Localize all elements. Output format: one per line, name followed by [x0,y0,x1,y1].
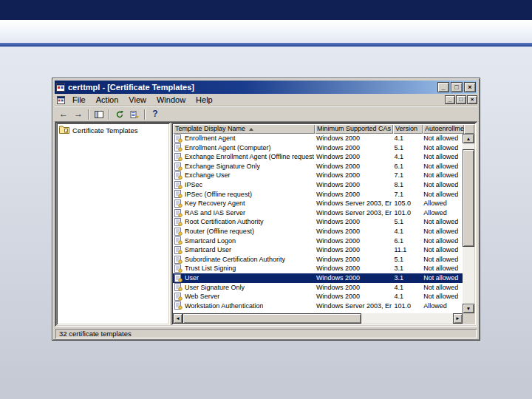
table-row[interactable]: Key Recovery Agent Windows Server 2003, … [173,199,463,208]
cell-template-display-name: IPSec (Offline request) [173,190,314,200]
vertical-scrollbar-thumb[interactable] [463,149,474,247]
cell-autoenrollment: Not allowed [421,255,463,265]
cell-minimum-supported-cas: Windows 2000 [314,217,392,227]
menu-item-help[interactable]: Help [191,94,218,106]
horizontal-scrollbar[interactable]: ◄ ► [173,313,463,324]
scroll-left-button[interactable]: ◄ [173,313,183,324]
slide-background: certtmpl - [Certificate Templates] _ □ ×… [0,0,532,399]
column-header-stub [464,124,474,134]
forward-button[interactable]: → [71,108,86,120]
menu-item-view[interactable]: View [123,94,151,106]
certificate-icon [174,293,183,301]
cell-template-display-name: User Signature Only [173,283,314,293]
column-header-template-display-name[interactable]: Template Display Name [173,124,315,134]
cell-template-display-name: Exchange Enrollment Agent (Offline reque… [173,152,314,162]
cell-minimum-supported-cas: Windows 2000 [314,236,392,246]
table-row[interactable]: Smartcard User Windows 2000 11.1 Not all… [173,245,463,255]
certificate-icon [174,228,183,236]
cell-autoenrollment: Not allowed [421,227,463,236]
cell-template-display-name: Root Certification Authority [173,217,314,227]
cell-autoenrollment: Allowed [421,208,463,218]
column-header-autoenrollment[interactable]: Autoenrollment [423,124,464,134]
vertical-scrollbar[interactable]: ▲ ▼ [463,134,474,313]
export-list-button[interactable] [127,108,142,120]
minimize-button[interactable]: _ [437,82,449,92]
cell-autoenrollment: Not allowed [421,217,463,227]
back-icon: ← [59,108,68,120]
console-client-area: Certificate Templates Template Display N… [55,121,477,327]
column-header-version[interactable]: Version [393,124,423,134]
table-row[interactable]: Router (Offline request) Windows 2000 4.… [173,227,463,236]
certificate-icon [174,153,183,161]
certificate-templates-folder-icon [59,126,69,134]
cell-template-display-name: Trust List Signing [173,264,314,273]
menu-item-window[interactable]: Window [151,94,191,106]
back-button[interactable]: ← [56,108,71,120]
cell-autoenrollment: Not allowed [421,152,463,162]
table-row[interactable]: Exchange Signature Only Windows 2000 6.1… [173,162,463,171]
table-row[interactable]: Web Server Windows 2000 4.1 Not allowed [173,292,463,301]
cell-version: 8.1 [392,180,421,190]
cell-minimum-supported-cas: Windows Server 2003, En... [314,208,392,218]
cell-minimum-supported-cas: Windows 2000 [314,264,392,273]
certificate-icon [174,236,183,245]
child-restore-button[interactable]: □ [456,95,466,104]
table-row[interactable]: IPSec (Offline request) Windows 2000 7.1… [173,190,463,200]
cell-autoenrollment: Not allowed [421,162,463,171]
table-row[interactable]: Root Certification Authority Windows 200… [173,217,463,227]
tree-item-label: Certificate Templates [72,126,138,134]
refresh-button[interactable] [112,108,127,120]
cell-version: 5.1 [392,143,421,153]
toolbar-separator [88,109,89,120]
table-row[interactable]: Exchange Enrollment Agent (Offline reque… [173,152,463,162]
certificate-icon [174,256,183,264]
cell-minimum-supported-cas: Windows 2000 [314,190,392,200]
console-tree-pane: Certificate Templates [56,123,170,325]
cell-version: 11.1 [392,245,421,255]
menu-item-file[interactable]: File [67,94,91,106]
close-button[interactable]: × [464,82,476,92]
cell-version: 4.1 [392,134,421,143]
table-row[interactable]: RAS and IAS Server Windows Server 2003, … [173,208,463,218]
menu-item-action[interactable]: Action [91,94,124,106]
menu-bar: File Action View Window Help _ □ × [55,94,477,106]
cell-template-display-name: User [173,273,314,283]
maximize-button[interactable]: □ [451,82,463,92]
certificate-icon [174,218,183,226]
table-row[interactable]: Subordinate Certification Authority Wind… [173,255,463,265]
cell-minimum-supported-cas: Windows 2000 [314,180,392,190]
column-header-minimum-supported-cas[interactable]: Minimum Supported CAs [315,124,393,134]
table-row[interactable]: IPSec Windows 2000 8.1 Not allowed [173,180,463,190]
cell-version: 101.0 [392,301,421,311]
table-row[interactable]: Workstation Authentication Windows Serve… [173,301,463,311]
table-row[interactable]: Enrollment Agent Windows 2000 4.1 Not al… [173,134,463,143]
table-row[interactable]: Trust List Signing Windows 2000 3.1 Not … [173,264,463,273]
tree-item-certificate-templates[interactable]: Certificate Templates [59,126,138,134]
scroll-down-button[interactable]: ▼ [463,304,474,313]
cell-minimum-supported-cas: Windows 2000 [314,162,392,171]
cell-version: 7.1 [392,171,421,180]
certificate-icon [174,190,183,198]
show-hide-tree-button[interactable] [92,108,106,120]
cell-autoenrollment: Not allowed [421,292,463,301]
table-row[interactable]: Smartcard Logon Windows 2000 6.1 Not all… [173,236,463,246]
help-button[interactable]: ? [148,108,163,120]
child-close-button[interactable]: × [467,95,477,104]
scroll-up-button[interactable]: ▲ [463,134,474,143]
table-row[interactable]: Exchange User Windows 2000 7.1 Not allow… [173,171,463,180]
templates-list-pane: Template Display Name Minimum Supported … [171,123,476,325]
child-minimize-button[interactable]: _ [445,95,455,104]
certificate-icon [174,200,183,208]
cell-autoenrollment: Not allowed [421,245,463,255]
table-row[interactable]: User Windows 2000 3.1 Not allowed [173,273,463,283]
cell-template-display-name: Subordinate Certification Authority [173,255,314,265]
table-row[interactable]: Enrollment Agent (Computer) Windows 2000… [173,143,463,153]
cell-autoenrollment: Not allowed [421,171,463,180]
table-row[interactable]: User Signature Only Windows 2000 4.1 Not… [173,283,463,293]
scroll-right-button[interactable]: ► [453,313,463,324]
horizontal-scrollbar-thumb[interactable] [183,313,361,324]
certificate-icon [174,171,183,180]
certificate-icon [174,134,183,143]
cell-minimum-supported-cas: Windows 2000 [314,283,392,293]
template-rows: Enrollment Agent Windows 2000 4.1 Not al… [173,134,463,313]
